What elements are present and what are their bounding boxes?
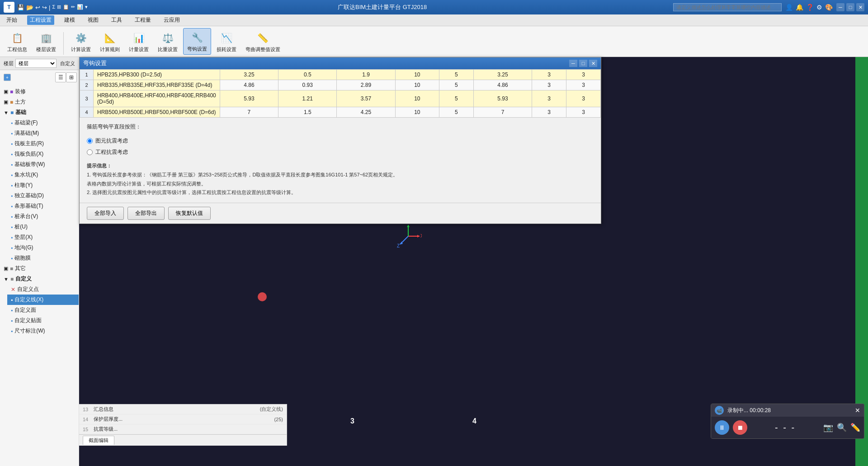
sidebar-item-pile[interactable]: ▪ 桩(U) — [7, 222, 79, 232]
ribbon-loss-settings[interactable]: 📉 损耗设置 — [213, 29, 240, 55]
row-s180-4[interactable]: 7 — [220, 107, 278, 118]
recording-camera-icon[interactable]: 📷 — [823, 423, 833, 433]
close-button[interactable]: ✕ — [856, 3, 864, 11]
row-s180-3[interactable]: 5.93 — [220, 90, 278, 107]
row-dnonseismic-4[interactable]: 3 — [566, 107, 601, 118]
sidebar-item-decoration[interactable]: ▣ ■ 装修 — [0, 86, 79, 97]
row-s135-2[interactable]: 2.89 — [337, 80, 395, 90]
row-nonseismic-3[interactable]: 5 — [439, 90, 473, 107]
sidebar-floor-select[interactable]: 楼层 — [15, 59, 57, 68]
sidebar-item-foundation[interactable]: ▼ ■ 基础 — [0, 107, 79, 118]
row-d180-3[interactable]: 5.93 — [473, 90, 532, 107]
line-icon[interactable]: 📊 — [77, 4, 83, 11]
menu-start[interactable]: 开始 — [4, 15, 20, 25]
row-s90-4[interactable]: 1.5 — [278, 107, 337, 118]
ribbon-bend-adjust[interactable]: 📏 弯曲调整值设置 — [242, 29, 284, 55]
ribbon-weight-settings[interactable]: ⚖️ 比重设置 — [154, 29, 181, 55]
sidebar-item-pile-cap-pillar[interactable]: ▪ 柱墩(Y) — [7, 180, 79, 190]
export-all-button[interactable]: 全部导出 — [127, 207, 165, 220]
sidebar-item-sump[interactable]: ▪ 集水坑(K) — [7, 170, 79, 180]
menu-view[interactable]: 视图 — [85, 15, 101, 25]
table-icon[interactable]: ⊞ — [57, 4, 61, 11]
undo-icon[interactable]: ↩ — [35, 4, 40, 11]
sidebar-item-foundation-band[interactable]: ▪ 基础板带(W) — [7, 159, 79, 170]
row-grade-3[interactable]: HRB400,HRB400E,HRF400,HRBF400E,RRB400 (D… — [94, 90, 220, 107]
row-nonseismic-2[interactable]: 5 — [439, 80, 473, 90]
open-icon[interactable]: 📂 — [26, 4, 33, 11]
sidebar-item-custom-tile[interactable]: ▪ 自定义贴面 — [7, 315, 79, 326]
section-edit-tab[interactable]: 截面编辑 — [83, 436, 114, 445]
row-seismic-1[interactable]: 10 — [395, 70, 439, 80]
recording-close-button[interactable]: ✕ — [855, 407, 860, 414]
ribbon-floor-settings[interactable]: 🏢 楼层设置 — [33, 29, 60, 55]
sidebar-item-other[interactable]: ▣ ■ 其它 — [0, 263, 79, 274]
row-s135-3[interactable]: 3.57 — [337, 90, 395, 107]
row-s135-1[interactable]: 1.9 — [337, 70, 395, 80]
report-icon[interactable]: 📋 — [63, 4, 69, 11]
row-nonseismic-1[interactable]: 5 — [439, 70, 473, 80]
row-dseismic-4[interactable]: 3 — [532, 107, 566, 118]
row-dnonseismic-3[interactable]: 3 — [566, 90, 601, 107]
sidebar-item-isolated-foundation[interactable]: ▪ 独立基础(D) — [7, 190, 79, 201]
sidebar-item-brick-mold[interactable]: ▪ 砌胞膜 — [7, 253, 79, 263]
radio-option-element[interactable]: 图元抗震考虑 — [87, 137, 594, 145]
table-scroll-area[interactable]: 钢筋级别 箍筋 直筋 弯弧段长度(d) 平直段长度(d) 弯弧段长度(d) 平直… — [80, 69, 601, 118]
more-icon[interactable]: ▾ — [85, 4, 88, 11]
skin-icon[interactable]: 🎨 — [825, 4, 833, 11]
sum-icon[interactable]: Σ — [52, 4, 55, 11]
ribbon-project-info[interactable]: 📋 工程信息 — [4, 29, 31, 55]
sidebar-item-foundation-beam[interactable]: ▪ 基础梁(F) — [7, 118, 79, 128]
row-dseismic-1[interactable]: 3 — [532, 70, 566, 80]
sidebar-item-dimension[interactable]: ▪ 尺寸标注(W) — [7, 326, 79, 336]
radio-option-project[interactable]: 工程抗震考虑 — [87, 148, 594, 156]
help-icon[interactable]: ❓ — [806, 4, 814, 11]
sidebar-item-raft-main[interactable]: ▪ 筏板主筋(R) — [7, 138, 79, 149]
menu-modeling[interactable]: 建模 — [61, 15, 78, 25]
sidebar-item-custom-line[interactable]: ▪ 自定义线(X) — [7, 295, 79, 305]
dialog-restore-button[interactable]: □ — [579, 60, 587, 67]
sidebar-item-full-foundation[interactable]: ▪ 满基础(M) — [7, 128, 79, 138]
title-search-input[interactable] — [673, 3, 782, 11]
row-s90-2[interactable]: 0.93 — [278, 80, 337, 90]
menu-quantity[interactable]: 工程量 — [132, 15, 154, 25]
menu-project-settings[interactable]: 工程设置 — [27, 15, 54, 25]
save-icon[interactable]: 💾 — [17, 4, 24, 11]
row-seismic-4[interactable]: 10 — [395, 107, 439, 118]
recording-stop-button[interactable]: ⏹ — [733, 420, 747, 435]
row-grade-2[interactable]: HRB335,HRB335E,HRF335,HRBF335E (D=4d) — [94, 80, 220, 90]
sidebar-item-custom[interactable]: ▼ ■ 自定义 — [0, 274, 79, 284]
menu-cloud[interactable]: 云应用 — [161, 15, 183, 25]
redo-icon[interactable]: ↪ — [42, 4, 47, 11]
minimize-button[interactable]: ─ — [836, 3, 844, 11]
row-seismic-3[interactable]: 10 — [395, 90, 439, 107]
row-dnonseismic-1[interactable]: 3 — [566, 70, 601, 80]
dialog-close-button[interactable]: ✕ — [589, 60, 597, 67]
row-s180-2[interactable]: 4.86 — [220, 80, 278, 90]
restore-button[interactable]: □ — [846, 3, 854, 11]
row-s90-3[interactable]: 1.21 — [278, 90, 337, 107]
row-s90-1[interactable]: 0.5 — [278, 70, 337, 80]
sidebar-grid-view-btn[interactable]: ⊞ — [66, 72, 77, 82]
sidebar-item-bedding[interactable]: ▪ 垫层(X) — [7, 232, 79, 243]
row-grade-1[interactable]: HPB235,HPB300 (D=2.5d) — [94, 70, 220, 80]
restore-defaults-button[interactable]: 恢复默认值 — [168, 207, 211, 220]
row-d180-2[interactable]: 4.86 — [473, 80, 532, 90]
row-dnonseismic-2[interactable]: 3 — [566, 80, 601, 90]
user-icon[interactable]: 👤 — [785, 4, 793, 11]
row-d180-1[interactable]: 3.25 — [473, 70, 532, 80]
sidebar-item-strip-foundation[interactable]: ▪ 条形基础(T) — [7, 201, 79, 211]
sidebar-nav-btn[interactable]: + — [4, 74, 11, 81]
recording-zoom-icon[interactable]: 🔍 — [837, 423, 847, 433]
row-nonseismic-4[interactable]: 5 — [439, 107, 473, 118]
radio-element-input[interactable] — [87, 138, 93, 144]
settings-icon[interactable]: ⚙ — [816, 4, 822, 11]
row-s135-4[interactable]: 4.25 — [337, 107, 395, 118]
draw-icon[interactable]: ✏ — [71, 4, 75, 11]
ribbon-quantity-settings[interactable]: 📊 计量设置 — [125, 29, 152, 55]
row-s180-1[interactable]: 3.25 — [220, 70, 278, 80]
bell-icon[interactable]: 🔔 — [796, 4, 803, 11]
sidebar-item-custom-point[interactable]: ✕ 自定义点 — [7, 284, 79, 295]
row-grade-4[interactable]: HRB500,HRB500E,HRBF500,HRBF500E (D=6d) — [94, 107, 220, 118]
import-all-button[interactable]: 全部导入 — [87, 207, 124, 220]
sidebar-item-earthwork[interactable]: ▣ ■ 土方 — [0, 97, 79, 107]
